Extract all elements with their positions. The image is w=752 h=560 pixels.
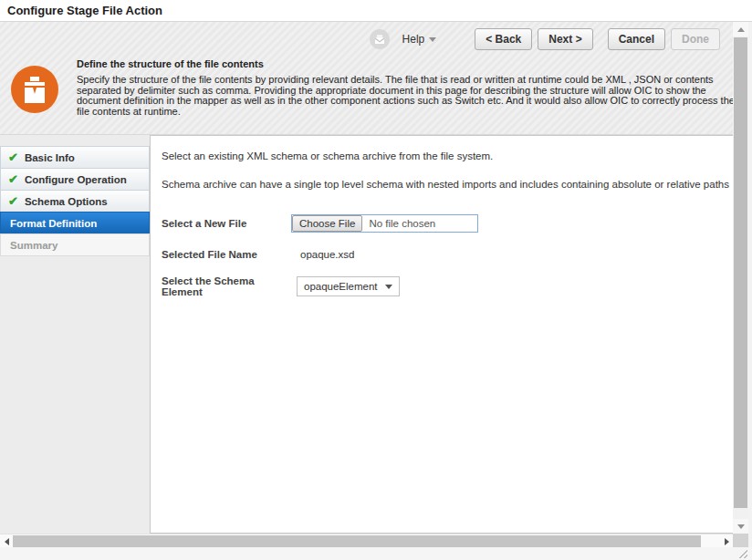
back-button[interactable]: < Back xyxy=(475,28,532,50)
toolbar: Help < Back Next > Cancel Done xyxy=(370,27,720,51)
next-button[interactable]: Next > xyxy=(538,28,592,50)
step-schema-options[interactable]: ✔ Schema Options xyxy=(0,190,150,213)
wizard-steps: ✔ Basic Info ✔ Configure Operation ✔ Sch… xyxy=(0,147,150,256)
arrow-left-icon xyxy=(5,538,9,545)
select-arrow-icon xyxy=(385,285,392,289)
help-menu[interactable]: Help xyxy=(402,33,437,46)
selected-file-row: Selected File Name opaque.xsd xyxy=(162,244,733,264)
check-icon: ✔ xyxy=(8,173,18,185)
step-label: Configure Operation xyxy=(25,174,127,185)
vertical-scrollbar[interactable] xyxy=(733,22,748,534)
step-label: Schema Options xyxy=(25,196,108,207)
bottom-strip xyxy=(0,547,752,560)
content-panel: Select an existing XML schema or schema … xyxy=(150,135,733,534)
help-label: Help xyxy=(402,33,425,46)
vertical-scrollbar-thumb[interactable] xyxy=(734,37,747,508)
instruction-line-1: Select an existing XML schema or schema … xyxy=(162,150,733,161)
page-title: Configure Stage File Action xyxy=(7,4,162,17)
file-glyph-icon xyxy=(374,34,385,45)
select-new-file-label: Select a New File xyxy=(162,218,291,229)
chevron-down-icon xyxy=(429,37,436,42)
header-text: Define the structure of the file content… xyxy=(77,58,749,117)
stage-file-icon xyxy=(11,66,58,113)
schema-element-row: Select the Schema Element opaqueElement xyxy=(162,275,733,297)
arrow-down-icon xyxy=(737,524,745,529)
step-summary: Summary xyxy=(0,233,150,256)
wizard-sidebar: ✔ Basic Info ✔ Configure Operation ✔ Sch… xyxy=(0,135,150,534)
arrow-up-icon xyxy=(737,27,745,32)
resize-grip-icon[interactable] xyxy=(737,548,747,558)
header-title: Define the structure of the file content… xyxy=(77,58,749,69)
schema-element-label: Select the Schema Element xyxy=(162,275,291,297)
step-label: Basic Info xyxy=(25,152,75,163)
stage-file-mini-icon xyxy=(370,29,390,49)
check-icon: ✔ xyxy=(8,195,18,207)
instruction-line-2: Schema archive can have a single top lev… xyxy=(162,179,733,190)
arrow-right-icon xyxy=(725,538,729,545)
scroll-down-button[interactable] xyxy=(733,519,748,534)
dialog-titlebar: Configure Stage File Action xyxy=(0,0,752,22)
horizontal-scrollbar-thumb[interactable] xyxy=(13,535,701,547)
scroll-left-button[interactable] xyxy=(0,534,13,548)
choose-file-button[interactable]: Choose File xyxy=(292,215,362,232)
header-band: Help < Back Next > Cancel Done Define th… xyxy=(0,22,733,135)
horizontal-scrollbar[interactable] xyxy=(0,534,733,547)
select-new-file-row: Select a New File Choose File No file ch… xyxy=(162,213,733,233)
header-description: Specify the structure of the file conten… xyxy=(77,75,749,117)
step-configure-operation[interactable]: ✔ Configure Operation xyxy=(0,168,150,191)
selected-file-value: opaque.xsd xyxy=(291,249,354,260)
schema-element-value: opaqueElement xyxy=(304,281,378,292)
step-label: Format Definition xyxy=(10,218,97,229)
scroll-up-button[interactable] xyxy=(733,22,748,36)
file-upload-input[interactable]: Choose File No file chosen xyxy=(291,214,478,233)
step-basic-info[interactable]: ✔ Basic Info xyxy=(0,146,150,169)
done-button: Done xyxy=(671,28,720,50)
selected-file-label: Selected File Name xyxy=(162,249,291,260)
cancel-button[interactable]: Cancel xyxy=(608,28,665,50)
check-icon: ✔ xyxy=(8,151,18,163)
scroll-right-button[interactable] xyxy=(720,534,733,548)
step-label: Summary xyxy=(10,240,57,251)
file-chosen-status: No file chosen xyxy=(362,218,435,229)
scrollbar-corner xyxy=(733,534,748,547)
schema-element-select[interactable]: opaqueElement xyxy=(297,276,400,296)
step-format-definition[interactable]: Format Definition xyxy=(0,212,150,234)
format-definition-form: Select a New File Choose File No file ch… xyxy=(162,213,733,297)
